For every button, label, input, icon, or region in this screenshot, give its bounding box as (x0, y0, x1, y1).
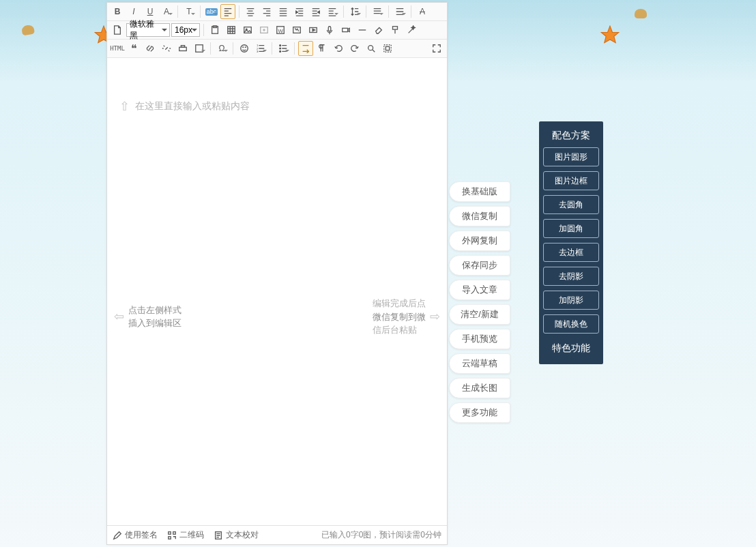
panel-btn-img-round[interactable]: 图片圆形 (543, 147, 599, 166)
paste-button[interactable] (207, 23, 222, 38)
svg-marker-1 (601, 26, 619, 42)
separator (177, 5, 178, 18)
fullscreen-button[interactable] (429, 41, 444, 56)
anchor-button[interactable] (175, 41, 190, 56)
document-icon (214, 531, 223, 540)
html-source-button[interactable]: HTML (110, 41, 125, 56)
outdent-button[interactable] (325, 4, 340, 19)
ordered-list-button[interactable]: 123 (253, 41, 268, 56)
line-height-button[interactable] (347, 4, 362, 19)
side-action-longimg[interactable]: 生成长图 (449, 378, 510, 398)
unordered-list-button[interactable] (276, 41, 291, 56)
direction-rtl-button[interactable] (315, 41, 330, 56)
panel-btn-random[interactable]: 随机换色 (543, 314, 599, 334)
blockquote-button[interactable]: ❝ (126, 41, 141, 56)
audio-button[interactable] (322, 23, 337, 38)
align-left-button[interactable] (220, 4, 235, 19)
align-justify-button[interactable] (276, 4, 291, 19)
side-action-import[interactable]: 导入文章 (449, 280, 510, 300)
side-action-clear[interactable]: 清空/新建 (449, 304, 510, 325)
side-action-preview[interactable]: 手机预览 (449, 329, 510, 349)
special-char-button[interactable]: Ω (214, 41, 229, 56)
panel-btn-no-shadow[interactable]: 去阴影 (543, 267, 599, 286)
indent-left-button[interactable] (292, 4, 307, 19)
side-action-draft[interactable]: 云端草稿 (449, 353, 510, 374)
table-button[interactable] (224, 23, 239, 38)
separator (200, 5, 201, 18)
svg-rect-17 (196, 45, 203, 53)
pencil-icon (113, 531, 122, 540)
magic-button[interactable] (404, 23, 419, 38)
separator (239, 5, 239, 18)
svg-point-25 (280, 48, 281, 49)
panel-btn-no-radius[interactable]: 去圆角 (543, 195, 599, 214)
unlink-button[interactable] (159, 41, 174, 56)
signature-button[interactable]: 使用签名 (113, 529, 158, 541)
align-right-button[interactable] (259, 4, 274, 19)
panel-btn-no-border[interactable]: 去边框 (543, 243, 599, 262)
word-count: 已输入0字0图，预计阅读需0分钟 (321, 529, 441, 541)
arrow-left-icon: ⇦ (114, 308, 124, 326)
image-button[interactable] (240, 23, 255, 38)
side-action-external[interactable]: 外网复制 (449, 231, 510, 251)
separator (294, 42, 295, 55)
format-painter-button[interactable] (388, 23, 403, 38)
side-action-list: 换基础版 微信复制 外网复制 保存同步 导入文章 清空/新建 手机预览 云端草稿… (449, 181, 510, 423)
background-button[interactable] (192, 41, 207, 56)
proofread-button[interactable]: 文本校对 (214, 529, 259, 541)
align-center-button[interactable] (243, 4, 258, 19)
bold-button[interactable]: B (110, 4, 125, 19)
clear-format-button[interactable]: A (415, 4, 430, 19)
panel-btn-add-shadow[interactable]: 加阴影 (543, 291, 599, 310)
font-color-button[interactable]: A (159, 4, 174, 19)
gallery-button[interactable] (289, 23, 304, 38)
separator (272, 42, 272, 55)
separator (203, 24, 204, 36)
indent-right-button[interactable] (308, 4, 323, 19)
select-all-button[interactable] (380, 41, 395, 56)
eraser-button[interactable] (371, 23, 386, 38)
starfish-icon (600, 25, 620, 44)
italic-button[interactable]: I (126, 4, 141, 19)
font-size-select[interactable]: 16px (171, 23, 200, 37)
video-button[interactable] (306, 23, 321, 38)
side-action-wechat[interactable]: 微信复制 (449, 206, 510, 226)
svg-rect-28 (384, 45, 392, 53)
link-button[interactable] (143, 41, 158, 56)
direction-ltr-button[interactable] (298, 41, 313, 56)
panel-btn-add-radius[interactable]: 加圆角 (543, 219, 599, 238)
search-button[interactable] (364, 41, 379, 56)
font-family-select[interactable]: 微软雅黑 (126, 23, 170, 37)
toolbar-row-advanced: HTML ❝ Ω 123 (107, 40, 447, 58)
camera-button[interactable] (338, 23, 353, 38)
svg-point-26 (280, 51, 281, 53)
qrcode-button[interactable]: 二维码 (167, 529, 204, 541)
word-button[interactable]: W (273, 23, 288, 38)
side-action-basic[interactable]: 换基础版 (449, 181, 510, 202)
svg-rect-12 (328, 27, 331, 31)
svg-rect-13 (343, 28, 348, 31)
paragraph-spacing-button[interactable] (392, 4, 407, 19)
new-doc-button[interactable] (110, 23, 125, 38)
separator (210, 42, 211, 55)
letter-spacing-button[interactable] (370, 4, 385, 19)
side-action-more[interactable]: 更多功能 (449, 402, 510, 423)
horizontal-rule-button[interactable] (355, 23, 370, 38)
side-action-save[interactable]: 保存同步 (449, 255, 510, 276)
font-style-button[interactable]: T (181, 4, 197, 19)
local-image-button[interactable] (257, 23, 272, 38)
undo-button[interactable] (331, 41, 346, 56)
emoji-button[interactable] (237, 41, 252, 56)
editor-content-area[interactable]: ⇧ 在这里直接输入或粘贴内容 ⇦ 点击左侧样式 插入到编辑区 编辑完成后点 微信… (107, 58, 447, 524)
svg-rect-16 (181, 46, 184, 48)
panel-subtitle: 特色功能 (543, 338, 599, 356)
highlight-button[interactable]: abc (204, 4, 219, 19)
svg-point-20 (245, 47, 246, 48)
svg-rect-32 (169, 536, 171, 539)
editor-hints: ⇦ 点击左侧样式 插入到编辑区 编辑完成后点 微信复制到微 信后台粘贴 ⇨ (107, 297, 447, 337)
editor-window: B I U A T abc A 微软雅黑 16px W (106, 2, 448, 545)
redo-button[interactable] (347, 41, 362, 56)
svg-point-24 (280, 45, 281, 46)
underline-button[interactable]: U (143, 4, 158, 19)
panel-btn-img-border[interactable]: 图片边框 (543, 171, 599, 190)
